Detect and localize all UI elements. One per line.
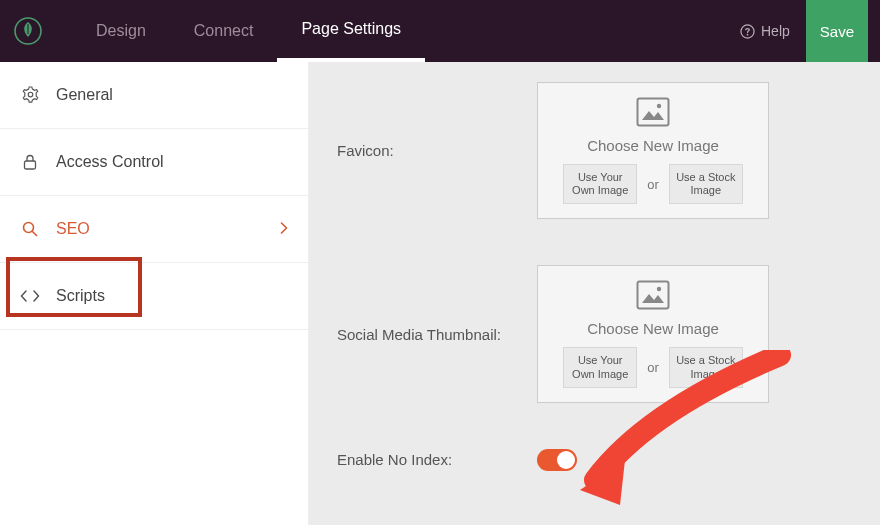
chevron-right-icon (280, 220, 288, 238)
topbar: Design Connect Page Settings Help Save (0, 0, 880, 62)
image-picker-buttons: Use Your Own Image or Use a Stock Image (552, 164, 754, 204)
tab-design[interactable]: Design (72, 0, 170, 62)
image-placeholder-icon (636, 280, 670, 310)
sidebar-item-scripts[interactable]: Scripts (0, 263, 308, 330)
gear-icon (20, 86, 40, 105)
svg-marker-11 (642, 294, 664, 303)
save-button[interactable]: Save (806, 0, 868, 62)
sidebar-item-label: General (56, 86, 113, 104)
app-logo[interactable] (12, 15, 44, 47)
sidebar-item-label: SEO (56, 220, 90, 238)
no-index-label: Enable No Index: (337, 451, 537, 468)
help-label: Help (761, 23, 790, 39)
favicon-label: Favicon: (337, 142, 537, 159)
svg-marker-8 (642, 111, 664, 120)
tab-page-settings[interactable]: Page Settings (277, 0, 425, 62)
svg-rect-10 (638, 282, 669, 309)
field-no-index: Enable No Index: (337, 449, 852, 471)
no-index-toggle[interactable] (537, 449, 577, 471)
sidebar-item-label: Scripts (56, 287, 105, 305)
svg-point-12 (657, 287, 661, 291)
sidebar-item-label: Access Control (56, 153, 164, 171)
content-panel: Favicon: Choose New Image Use Your Own I… (309, 62, 880, 525)
svg-rect-7 (638, 99, 669, 126)
sidebar-item-general[interactable]: General (0, 62, 308, 129)
or-text: or (647, 360, 659, 375)
use-stock-image-button[interactable]: Use a Stock Image (669, 347, 743, 387)
toggle-knob (557, 451, 575, 469)
help-link[interactable]: Help (740, 23, 790, 39)
social-thumbnail-image-picker: Choose New Image Use Your Own Image or U… (537, 265, 769, 402)
svg-point-9 (657, 104, 661, 108)
image-picker-buttons: Use Your Own Image or Use a Stock Image (552, 347, 754, 387)
code-icon (20, 288, 40, 304)
or-text: or (647, 177, 659, 192)
field-favicon: Favicon: Choose New Image Use Your Own I… (337, 82, 852, 219)
social-thumbnail-label: Social Media Thumbnail: (337, 326, 537, 343)
use-stock-image-button[interactable]: Use a Stock Image (669, 164, 743, 204)
svg-line-6 (32, 231, 36, 235)
nav-tabs: Design Connect Page Settings (72, 0, 425, 62)
image-picker-caption: Choose New Image (587, 320, 719, 337)
svg-point-3 (28, 92, 33, 97)
svg-point-2 (747, 33, 749, 35)
sidebar-item-seo[interactable]: SEO (0, 196, 308, 263)
use-own-image-button[interactable]: Use Your Own Image (563, 164, 637, 204)
favicon-image-picker: Choose New Image Use Your Own Image or U… (537, 82, 769, 219)
use-own-image-button[interactable]: Use Your Own Image (563, 347, 637, 387)
tab-connect[interactable]: Connect (170, 0, 278, 62)
main: General Access Control SEO (0, 62, 880, 525)
image-placeholder-icon (636, 97, 670, 127)
search-icon (20, 220, 40, 238)
sidebar-item-access-control[interactable]: Access Control (0, 129, 308, 196)
sidebar: General Access Control SEO (0, 62, 309, 525)
field-social-thumbnail: Social Media Thumbnail: Choose New Image… (337, 265, 852, 402)
svg-rect-4 (25, 161, 36, 169)
image-picker-caption: Choose New Image (587, 137, 719, 154)
help-icon (740, 24, 755, 39)
topbar-right: Help Save (740, 0, 868, 62)
lock-icon (20, 153, 40, 171)
